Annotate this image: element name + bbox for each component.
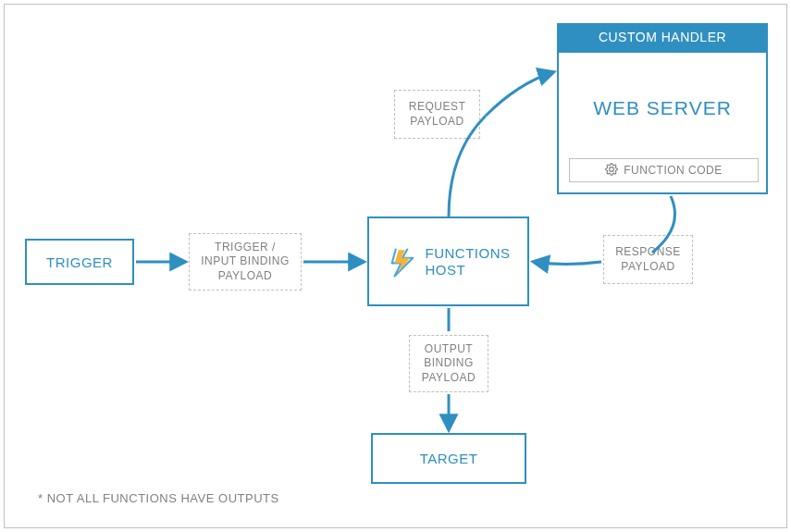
trigger-label: TRIGGER [46,254,113,270]
custom-handler-label: CUSTOM HANDLER [599,30,726,44]
output-payload-label: OUTPUT BINDING PAYLOAD [422,342,476,386]
function-code-label: FUNCTION CODE [624,164,723,177]
custom-handler-box: WEB SERVER FUNCTION CODE [557,51,768,194]
response-payload-label: RESPONSE PAYLOAD [615,245,681,274]
custom-handler-header: CUSTOM HANDLER [557,23,768,51]
functions-host-box: FUNCTIONS HOST [367,217,529,306]
footnote: * NOT ALL FUNCTIONS HAVE OUTPUTS [38,491,279,505]
web-server-label: WEB SERVER [559,97,766,119]
request-payload-label: REQUEST PAYLOAD [409,100,466,129]
lightning-icon [387,246,418,278]
function-code-box: FUNCTION CODE [569,158,759,182]
functions-host-label: FUNCTIONS HOST [426,245,511,278]
target-box: TARGET [371,433,526,484]
output-payload-box: OUTPUT BINDING PAYLOAD [409,335,488,392]
diagram-frame: TRIGGER TRIGGER / INPUT BINDING PAYLOAD … [4,4,787,528]
target-label: TARGET [420,451,478,466]
trigger-box: TRIGGER [25,239,134,285]
trigger-payload-box: TRIGGER / INPUT BINDING PAYLOAD [189,233,302,291]
arrow-request-to-webserver [486,72,553,116]
arrow-response-to-host [534,262,601,265]
trigger-payload-label: TRIGGER / INPUT BINDING PAYLOAD [201,241,290,284]
request-payload-box: REQUEST PAYLOAD [394,90,480,139]
gear-icon [605,163,618,179]
response-payload-box: RESPONSE PAYLOAD [603,235,693,284]
